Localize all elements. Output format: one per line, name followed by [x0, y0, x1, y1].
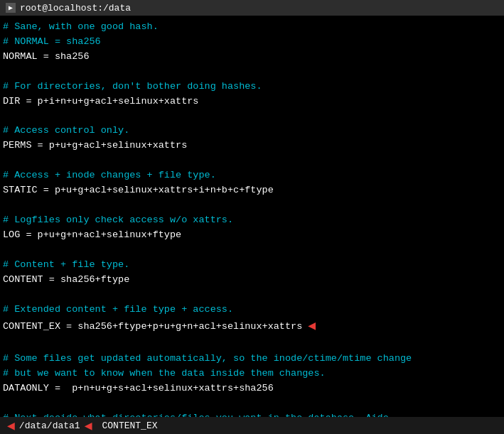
terminal-line	[3, 396, 501, 411]
terminal-line	[3, 153, 501, 168]
terminal-line	[3, 288, 501, 303]
terminal-line: # Next decide what directories/files you…	[3, 411, 501, 417]
terminal-line	[3, 109, 501, 124]
status-bar: ◀ /data/data1 ◀ CONTENT_EX	[0, 417, 504, 434]
terminal-line: DIR = p+i+n+u+g+acl+selinux+xattrs	[3, 94, 501, 109]
terminal-line: # Content + file type.	[3, 258, 501, 273]
terminal-line: # Some files get updated automatically, …	[3, 352, 501, 367]
terminal-body: # Sane, with one good hash.# NORMAL = sh…	[0, 16, 504, 417]
terminal-line: # Logfiles only check access w/o xattrs.	[3, 213, 501, 228]
title-bar: ▶ root@localhost:/data	[0, 0, 504, 16]
status-arrow-left: ◀	[7, 418, 15, 433]
terminal-icon: ▶	[6, 3, 16, 13]
terminal-line: PERMS = p+u+g+acl+selinux+xattrs	[3, 139, 501, 153]
terminal-line	[3, 198, 501, 213]
terminal-line: # Access control only.	[3, 124, 501, 139]
status-content-label: CONTENT_EX	[102, 421, 158, 431]
terminal-line	[3, 337, 501, 352]
terminal-line: LOG = p+u+g+n+acl+selinux+ftype	[3, 228, 501, 243]
terminal-line: DATAONLY = p+n+u+g+s+acl+selinux+xattrs+…	[3, 381, 501, 396]
terminal-line: # For directories, don't bother doing ha…	[3, 80, 501, 94]
terminal-line	[3, 65, 501, 80]
terminal-line: CONTENT_EX = sha256+ftype+p+u+g+n+acl+se…	[3, 317, 501, 337]
terminal-line: # Sane, with one good hash.	[3, 20, 501, 35]
code-text: CONTENT_EX = sha256+ftype+p+u+g+n+acl+se…	[3, 320, 302, 335]
terminal-line: STATIC = p+u+g+acl+selinux+xattrs+i+n+b+…	[3, 183, 501, 198]
terminal-line: # but we want to know when the data insi…	[3, 367, 501, 381]
status-arrow-right: ◀	[85, 418, 92, 433]
terminal-line: # Extended content + file type + access.	[3, 303, 501, 318]
red-arrow-icon: ◀	[308, 317, 316, 337]
status-path: /data/data1	[19, 421, 80, 431]
terminal-line: # Access + inode changes + file type.	[3, 168, 501, 183]
terminal-line	[3, 243, 501, 258]
title-label: root@localhost:/data	[20, 3, 131, 13]
terminal-line: CONTENT = sha256+ftype	[3, 273, 501, 288]
terminal-line: NORMAL = sha256	[3, 50, 501, 65]
terminal-line: # NORMAL = sha256	[3, 35, 501, 50]
